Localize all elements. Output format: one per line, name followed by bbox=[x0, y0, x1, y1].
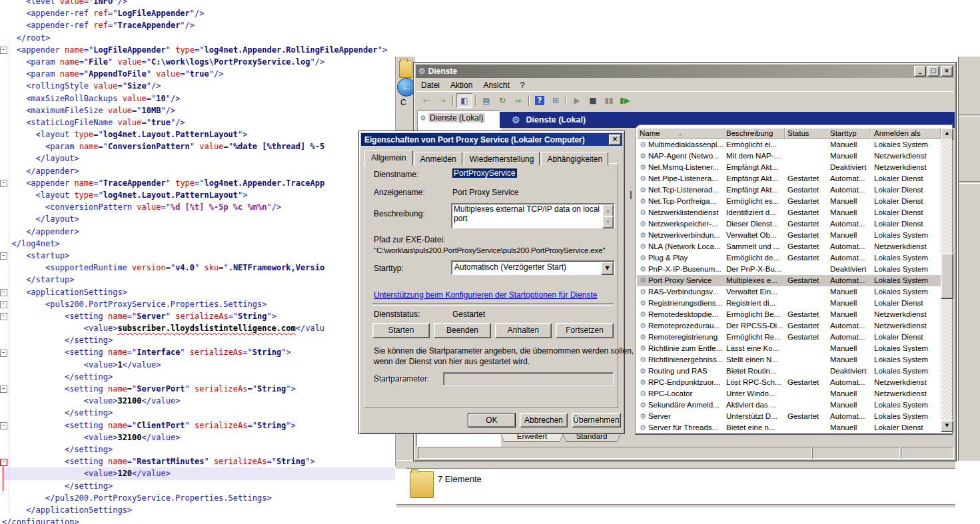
fortsetzen-button[interactable]: Fortsetzen bbox=[556, 323, 614, 338]
table-row[interactable]: ⚙Plug & PlayErmöglicht de...GestartetAut… bbox=[637, 252, 941, 264]
xml-editor[interactable]: <level value="INFO"/> <appender-ref ref=… bbox=[0, 0, 400, 524]
table-row[interactable]: ⚙Port Proxy ServiceMultiplexes e...Gesta… bbox=[637, 275, 941, 286]
fold-collapse-icon[interactable]: − bbox=[0, 386, 7, 393]
table-row[interactable]: ⚙Multimediaklassenpl...Ermöglicht ei...M… bbox=[637, 139, 941, 150]
dienstname-value[interactable]: PortProxyService bbox=[452, 168, 517, 178]
properties-button[interactable]: ▤ bbox=[479, 94, 494, 107]
table-row[interactable]: ⚙Routing und RASBietet Routin...Deaktivi… bbox=[637, 366, 941, 377]
menu-item-ansicht[interactable]: Ansicht bbox=[478, 79, 514, 91]
fold-collapse-icon[interactable]: − bbox=[0, 350, 7, 357]
fold-collapse-icon[interactable]: − bbox=[0, 301, 7, 308]
table-row[interactable]: ⚙NetzwerklistendienstIdentifiziert d...G… bbox=[637, 207, 941, 218]
table-row[interactable]: ⚙Net.Pipe-Listenera...Empfängt Akt...Ges… bbox=[637, 173, 941, 184]
starttyp-combobox[interactable]: Automatisch (Verzögerter Start) ▼ bbox=[451, 260, 615, 275]
stop-service-button[interactable]: ■ bbox=[586, 94, 600, 107]
dialog-tabs: AllgemeinAnmeldenWiederherstellungAbhäng… bbox=[364, 150, 610, 164]
table-row[interactable]: ⚙PnP-X-IP-Busenum...Der PnP-X-Bu...Deakt… bbox=[637, 264, 941, 275]
dialog-tab-allgemein[interactable]: Allgemein bbox=[364, 150, 413, 166]
startoptions-help-link[interactable]: Unterstützung beim Konfigurieren der Sta… bbox=[374, 290, 598, 300]
menu-item-aktion[interactable]: Aktion bbox=[445, 79, 478, 91]
table-row[interactable]: ⚙NLA (Network Loca...Sammelt und ...Gest… bbox=[637, 241, 941, 252]
table-row[interactable]: ⚙Remoteprozedurau...Der RPCSS-Di...Gesta… bbox=[637, 320, 941, 332]
close-icon[interactable]: × bbox=[609, 134, 621, 145]
column-header-status[interactable]: Status bbox=[785, 128, 827, 139]
dialog-tab-abhngigkeiten[interactable]: Abhängigkeiten bbox=[541, 152, 608, 166]
cell-anmelden: Lokaler Dienst bbox=[871, 207, 941, 218]
fold-collapse-icon[interactable]: − bbox=[0, 180, 7, 187]
fold-collapse-icon[interactable]: − bbox=[0, 289, 7, 296]
dialog-tab-wiederherstellung[interactable]: Wiederherstellung bbox=[464, 152, 540, 166]
table-row[interactable]: ⚙RAS-Verbindungsv...Verwaltet Ein...Manu… bbox=[637, 286, 941, 298]
table-row[interactable]: ⚙Richtlinie zum Entfe...Lässt eine Ko...… bbox=[637, 343, 941, 354]
column-header-beschreibung[interactable]: Beschreibung bbox=[724, 128, 785, 139]
minimize-button[interactable]: _ bbox=[914, 66, 926, 77]
scrollbar-thumb[interactable] bbox=[941, 253, 953, 299]
cell-beschreibung: Ermöglicht de... bbox=[724, 252, 785, 264]
table-row[interactable]: ⚙ServerUnterstützt D...GestartetAutomat.… bbox=[637, 411, 941, 422]
vertical-scrollbar[interactable]: ▲ ▼ bbox=[941, 128, 952, 431]
table-row[interactable]: ⚙Sekundäre Anmeld...Aktiviert das ...Man… bbox=[637, 399, 941, 411]
show-console-tree-button[interactable]: ◧ bbox=[456, 93, 472, 108]
maximize-button[interactable]: □ bbox=[927, 66, 939, 77]
starten-button[interactable]: Starten bbox=[372, 323, 430, 338]
dialog-tab-anmelden[interactable]: Anmelden bbox=[414, 152, 462, 166]
cell-status bbox=[785, 298, 827, 309]
tree-item-dienste-lokal[interactable]: ⚙Dienste (Lokal) bbox=[420, 113, 500, 123]
cell-name: ⚙Netzwerkverbindun... bbox=[637, 230, 724, 241]
abbrechen-button[interactable]: Abbrechen bbox=[520, 413, 568, 427]
cell-name: ⚙NLA (Network Loca... bbox=[637, 241, 724, 252]
pause-service-button[interactable]: ▮▮ bbox=[602, 94, 616, 107]
fold-collapse-icon[interactable]: − bbox=[0, 47, 7, 54]
menu-bar: DateiAktionAnsicht? bbox=[416, 79, 954, 91]
dienststatus-value: Gestartet bbox=[452, 310, 485, 319]
table-row[interactable]: ⚙Richtlinienergebniss...Stellt einen N..… bbox=[637, 354, 941, 366]
uebernehmen-button[interactable]: Übernehmen bbox=[572, 413, 621, 427]
fold-collapse-icon[interactable]: − bbox=[0, 459, 7, 466]
column-header-starttyp[interactable]: Starttyp bbox=[827, 128, 871, 139]
scroll-down-icon[interactable]: ▼ bbox=[941, 420, 953, 432]
back-button[interactable]: ← bbox=[419, 94, 434, 107]
table-row[interactable]: ⚙RPC-LocatorUnter Windo...ManuellNetzwer… bbox=[637, 388, 941, 399]
table-row[interactable]: ⚙Net.Tcp-Portfreiga...Ermöglicht es...Ge… bbox=[637, 196, 941, 207]
column-header-anmelden-als[interactable]: Anmelden als bbox=[871, 128, 941, 139]
fold-collapse-icon[interactable]: − bbox=[0, 422, 7, 429]
start-service-button[interactable]: ▶ bbox=[570, 94, 584, 107]
fold-collapse-icon[interactable]: − bbox=[0, 252, 7, 260]
fold-collapse-icon[interactable]: − bbox=[0, 313, 7, 320]
service-name: RPC-Locator bbox=[648, 390, 692, 397]
table-row[interactable]: ⚙Net.Msmq-Listener...Empfängt Akt...Deak… bbox=[637, 162, 941, 173]
scroll-down-icon[interactable]: ▼ bbox=[602, 216, 614, 228]
chevron-down-icon[interactable]: ▼ bbox=[601, 262, 614, 275]
cell-name: ⚙Remoteregistrierung bbox=[637, 332, 724, 343]
table-row[interactable]: ⚙RemoteregistrierungErmöglicht Re...Gest… bbox=[637, 332, 941, 343]
table-row[interactable]: ⚙RPC-Endpunktzuor...Löst RPC-Sch...Gesta… bbox=[637, 377, 941, 388]
beenden-button[interactable]: Beenden bbox=[434, 323, 491, 338]
table-row[interactable]: ⚙Netzwerkspeicher-...Dieser Dienst...Ges… bbox=[637, 218, 941, 230]
menu-item-datei[interactable]: Datei bbox=[416, 79, 445, 91]
new-window-button[interactable]: ⊞ bbox=[548, 94, 563, 107]
table-row[interactable]: ⚙Registrierungsdiens...Registriert di...… bbox=[637, 298, 941, 309]
service-name: Routing und RAS bbox=[648, 367, 708, 375]
restart-service-button[interactable]: ▮▶ bbox=[618, 94, 632, 107]
dialog-titlebar[interactable]: Eigenschaften von Port Proxy Service (Lo… bbox=[361, 133, 622, 146]
table-row[interactable]: ⚙Netzwerkverbindun...Verwaltet Ob...Gest… bbox=[637, 230, 941, 241]
table-row[interactable]: ⚙Server für Threads...Bietet eine n...Ma… bbox=[637, 422, 941, 433]
table-row[interactable]: ⚙Net.Tcp-Listenerad...Empfängt Akt...Ges… bbox=[637, 184, 941, 196]
export-list-button[interactable]: ⇨ bbox=[511, 94, 526, 107]
table-row[interactable]: ⚙NAP-Agent (Netwo...Mit dem NAP-...Manue… bbox=[637, 150, 941, 162]
services-window-titlebar[interactable]: ⚙ Dienste _ □ × bbox=[416, 65, 954, 78]
close-button[interactable]: × bbox=[941, 66, 953, 77]
startparameter-input[interactable] bbox=[443, 372, 614, 386]
help-button[interactable]: ? bbox=[532, 94, 547, 107]
ok-button[interactable]: OK bbox=[468, 413, 516, 427]
beschreibung-textbox[interactable]: Multiplexes external TCP/IP data on loca… bbox=[451, 203, 615, 228]
service-name: Multimediaklassenpl... bbox=[648, 140, 724, 148]
cell-anmelden: Netzwerkdienst bbox=[871, 388, 941, 399]
column-header-name[interactable]: Name▲ bbox=[637, 128, 724, 139]
cell-anmelden: Lokaler Dienst bbox=[871, 218, 941, 230]
table-row[interactable]: ⚙Remotedesktopdie...Ermöglicht Be...Gest… bbox=[637, 309, 941, 320]
anhalten-button[interactable]: Anhalten bbox=[495, 323, 552, 338]
forward-button[interactable]: → bbox=[435, 94, 450, 107]
refresh-button[interactable]: ↻ bbox=[495, 94, 510, 107]
menu-item-[interactable]: ? bbox=[515, 79, 530, 91]
